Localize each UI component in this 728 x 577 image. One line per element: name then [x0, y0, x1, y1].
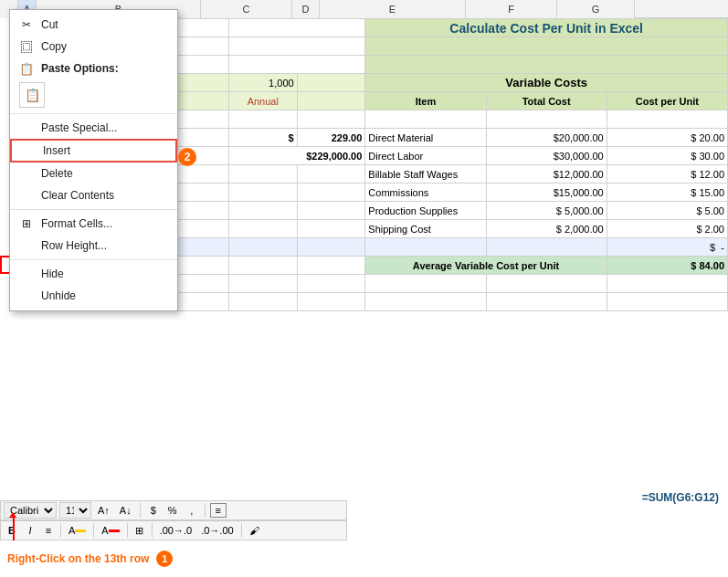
cell-c13[interactable]: [228, 238, 297, 257]
cell-g15[interactable]: [607, 275, 727, 293]
menu-item-paste-special[interactable]: Paste Special...: [10, 117, 177, 139]
cell-f8: $30,000.00: [486, 147, 607, 165]
increase-font-button[interactable]: A↑: [94, 503, 113, 518]
decrease-font-button[interactable]: A↓: [116, 503, 135, 518]
decrease-decimal-button[interactable]: .00→.0: [156, 523, 195, 538]
cell-d14[interactable]: [297, 257, 365, 275]
menu-item-insert-label: Insert: [43, 144, 166, 157]
col-header-e: E: [320, 0, 466, 18]
cell-c15[interactable]: [228, 275, 297, 293]
cell-c10[interactable]: [228, 184, 297, 202]
cell-f15[interactable]: [486, 275, 607, 293]
cell-g13: $ -: [607, 238, 727, 257]
menu-item-unhide[interactable]: Unhide: [10, 285, 177, 307]
menu-item-hide[interactable]: Hide: [10, 263, 177, 285]
annotation-arrow: [13, 518, 15, 540]
cell-efg2: [365, 37, 728, 56]
cell-c5: Annual: [228, 92, 297, 110]
cell-c16[interactable]: [228, 293, 297, 311]
cell-g16[interactable]: [607, 293, 727, 311]
menu-item-delete[interactable]: Delete: [10, 163, 177, 184]
cell-bc2[interactable]: [228, 37, 364, 56]
cell-e12: Shipping Cost: [365, 220, 486, 238]
menu-item-unhide-label: Unhide: [41, 289, 168, 302]
cell-d6[interactable]: [297, 110, 365, 129]
cell-d13[interactable]: [297, 238, 365, 257]
cell-c11[interactable]: [228, 202, 297, 220]
font-color-button[interactable]: A: [98, 523, 122, 538]
menu-item-format-cells[interactable]: ⊞ Format Cells...: [10, 213, 177, 235]
row-height-icon: [19, 238, 34, 253]
cell-c7: $: [228, 129, 297, 147]
cell-e7: Direct Material: [365, 129, 486, 147]
menu-item-row-height[interactable]: Row Height...: [10, 235, 177, 257]
cell-e6[interactable]: [365, 110, 486, 129]
cell-bc3[interactable]: [228, 56, 364, 74]
cell-variable-costs: Variable Costs: [365, 74, 728, 92]
wrap-button[interactable]: ≡: [210, 503, 227, 518]
cell-f9: $12,000.00: [486, 165, 607, 184]
cell-d15[interactable]: [297, 275, 365, 293]
cell-c9[interactable]: [228, 165, 297, 184]
cell-e11: Production Supplies: [365, 202, 486, 220]
font-size-selector[interactable]: 11: [59, 502, 91, 519]
cell-d7: 229.00: [297, 129, 365, 147]
cell-d16[interactable]: [297, 293, 365, 311]
paste-icon: 📋: [19, 61, 34, 76]
paint-format-button[interactable]: 🖌: [246, 523, 263, 538]
comma-button[interactable]: ,: [184, 503, 200, 518]
cell-f13[interactable]: [486, 238, 607, 257]
cell-g10: $ 15.00: [607, 184, 727, 202]
separator-clear: [10, 209, 177, 210]
format-cells-icon: ⊞: [19, 216, 34, 231]
clear-icon: [19, 188, 34, 203]
align-button[interactable]: ≡: [40, 523, 57, 538]
cell-d12[interactable]: [297, 220, 365, 238]
dollar-button[interactable]: $: [145, 503, 162, 518]
cell-e16[interactable]: [365, 293, 486, 311]
cell-title: Calculate Cost Per Unit in Excel: [365, 19, 728, 37]
menu-item-delete-label: Delete: [41, 167, 168, 180]
bold-button[interactable]: B: [4, 523, 20, 538]
cell-d9[interactable]: [297, 165, 365, 184]
cell-e5-item: Item: [365, 92, 486, 110]
percent-button[interactable]: %: [164, 503, 181, 518]
cell-c14[interactable]: [228, 257, 297, 275]
italic-button[interactable]: I: [22, 523, 38, 538]
cell-f16[interactable]: [486, 293, 607, 311]
cell-f6[interactable]: [486, 110, 607, 129]
menu-item-insert[interactable]: Insert: [10, 139, 177, 163]
increase-decimal-button[interactable]: .0→.00: [197, 523, 237, 538]
cell-e13[interactable]: [365, 238, 486, 257]
cell-e10: Commissions: [365, 184, 486, 202]
menu-item-clear-label: Clear Contents: [41, 189, 168, 202]
borders-button[interactable]: ⊞: [132, 523, 148, 539]
menu-item-cut[interactable]: ✂ Cut: [10, 14, 177, 36]
cell-f12: $ 2,000.00: [486, 220, 607, 238]
fill-color-button[interactable]: A: [65, 523, 90, 538]
cell-bc1[interactable]: [228, 19, 364, 37]
menu-item-copy-label: Copy: [41, 40, 168, 53]
cell-d5: [297, 92, 365, 110]
paste-opt-1[interactable]: 📋: [19, 82, 45, 108]
menu-item-clear-contents[interactable]: Clear Contents: [10, 184, 177, 206]
unhide-icon: [19, 288, 34, 303]
cell-d4: [297, 74, 365, 92]
cell-d10[interactable]: [297, 184, 365, 202]
cell-e15[interactable]: [365, 275, 486, 293]
cell-c6[interactable]: [228, 110, 297, 129]
menu-item-paste-special-label: Paste Special...: [41, 121, 168, 134]
col-header-f: F: [466, 0, 557, 18]
cell-g6[interactable]: [607, 110, 727, 129]
menu-item-row-height-label: Row Height...: [41, 239, 168, 252]
toolbar-bottom: B I ≡ A A ⊞ .00→.0 .0→.00 🖌: [0, 520, 347, 540]
separator-paste: [10, 113, 177, 114]
separator-7: [241, 523, 242, 538]
cell-g9: $ 12.00: [607, 165, 727, 184]
cell-e9: Billable Staff Wages: [365, 165, 486, 184]
cell-c12[interactable]: [228, 220, 297, 238]
menu-item-copy[interactable]: ⿴ Copy: [10, 36, 177, 58]
formula-text: =SUM(G6:G12): [642, 491, 719, 504]
col-header-d: D: [292, 0, 320, 18]
cell-d11[interactable]: [297, 202, 365, 220]
